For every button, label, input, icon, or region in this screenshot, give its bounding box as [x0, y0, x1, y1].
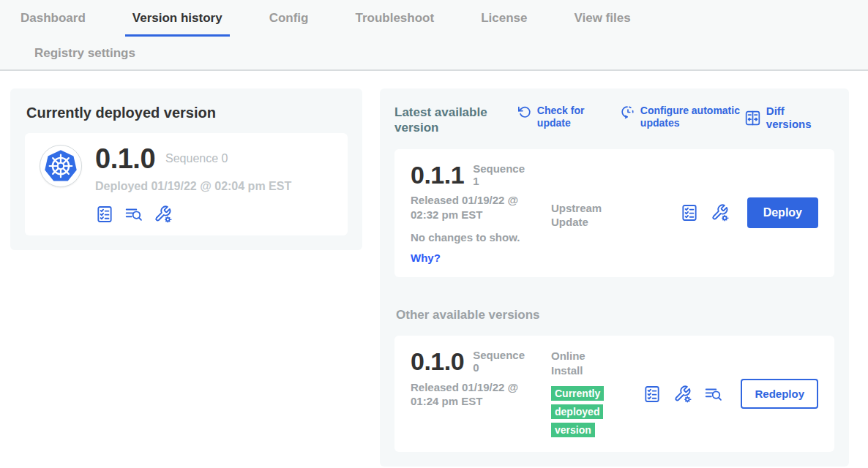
deployed-timestamp: Deployed 01/19/22 @ 02:04 pm EST	[95, 180, 291, 193]
kubernetes-logo-icon	[42, 147, 80, 185]
other-version-details: 0.1.0 Sequence 0 Released 01/19/22 @ 01:…	[411, 349, 551, 409]
nav-row-1: Dashboard Version history Config Trouble…	[13, 0, 868, 37]
latest-version-number: 0.1.1	[411, 162, 464, 187]
other-version-card: 0.1.0 Sequence 0 Released 01/19/22 @ 01:…	[394, 336, 834, 452]
main-content: Currently deployed version 0.1.0 Sequenc…	[0, 71, 868, 467]
tab-config[interactable]: Config	[262, 11, 316, 37]
other-available-versions-title: Other available versions	[396, 308, 834, 322]
tab-version-history[interactable]: Version history	[125, 11, 230, 37]
refresh-ccw-icon	[517, 105, 532, 119]
tab-license[interactable]: License	[474, 11, 534, 37]
latest-source-column: Upstream Update	[551, 201, 621, 230]
app-logo-circle	[40, 145, 82, 187]
diff-versions-link[interactable]: Diff versions	[744, 105, 831, 131]
preflight-checks-icon[interactable]	[643, 385, 662, 404]
top-navigation: Dashboard Version history Config Trouble…	[0, 0, 868, 71]
other-source-label: Online Install	[551, 349, 613, 377]
latest-sequence-label: Sequence 1	[473, 162, 524, 188]
deployed-sequence-label: Sequence 0	[165, 152, 228, 165]
latest-available-panel: Latest available version Check for updat…	[380, 88, 849, 467]
other-released-timestamp: Released 01/19/22 @ 01:24 pm EST	[411, 380, 542, 409]
no-changes-text: No changes to show.	[411, 231, 551, 244]
edit-config-icon[interactable]	[711, 203, 730, 222]
other-source-column: Online Install Currently deployed versio…	[551, 349, 621, 439]
configure-automatic-updates-label: Configure automatic updates	[640, 105, 744, 129]
view-logs-icon[interactable]	[704, 385, 723, 404]
tab-view-files[interactable]: View files	[566, 11, 637, 37]
deployed-action-icons	[95, 205, 291, 224]
check-for-update-link[interactable]: Check for update	[517, 105, 588, 129]
latest-actions: Deploy	[680, 197, 818, 228]
diff-versions-label: Diff versions	[766, 105, 831, 131]
view-logs-icon[interactable]	[124, 205, 143, 224]
tab-dashboard[interactable]: Dashboard	[13, 11, 93, 37]
latest-released-timestamp: Released 01/19/22 @ 02:32 pm EST	[411, 193, 542, 222]
edit-config-icon[interactable]	[154, 205, 173, 224]
other-sequence-label: Sequence 0	[473, 349, 524, 374]
tab-registry-settings[interactable]: Registry settings	[27, 46, 143, 61]
preflight-checks-icon[interactable]	[680, 203, 699, 222]
why-link[interactable]: Why?	[411, 252, 441, 264]
currently-deployed-title: Currently deployed version	[26, 105, 348, 121]
latest-version-card: 0.1.1 Sequence 1 Released 01/19/22 @ 02:…	[394, 149, 834, 278]
diff-versions-icon	[744, 110, 761, 127]
currently-deployed-panel: Currently deployed version 0.1.0 Sequenc…	[10, 88, 362, 250]
deploy-button[interactable]: Deploy	[747, 197, 818, 228]
deployed-version-card: 0.1.0 Sequence 0 Deployed 01/19/22 @ 02:…	[25, 133, 348, 235]
currently-deployed-badge-wrap: Currently deployed version	[551, 385, 616, 439]
deployed-version-details: 0.1.0 Sequence 0 Deployed 01/19/22 @ 02:…	[95, 145, 291, 224]
preflight-checks-icon[interactable]	[95, 205, 114, 224]
update-schedule-icon	[621, 105, 635, 119]
redeploy-button[interactable]: Redeploy	[741, 379, 818, 409]
edit-config-icon[interactable]	[673, 385, 692, 404]
deployed-version-number: 0.1.0	[95, 145, 155, 173]
tab-troubleshoot[interactable]: Troubleshoot	[348, 11, 441, 37]
latest-available-header: Latest available version Check for updat…	[394, 105, 834, 136]
check-for-update-label: Check for update	[537, 105, 588, 129]
configure-automatic-updates-link[interactable]: Configure automatic updates	[621, 105, 744, 129]
currently-deployed-badge: Currently deployed version	[551, 386, 604, 437]
latest-version-details: 0.1.1 Sequence 1 Released 01/19/22 @ 02:…	[411, 162, 551, 265]
latest-available-title: Latest available version	[394, 105, 504, 136]
latest-source-label: Upstream Update	[551, 201, 613, 230]
other-version-number: 0.1.0	[411, 349, 464, 374]
other-actions: Redeploy	[643, 379, 818, 409]
nav-row-2: Registry settings	[13, 37, 868, 69]
